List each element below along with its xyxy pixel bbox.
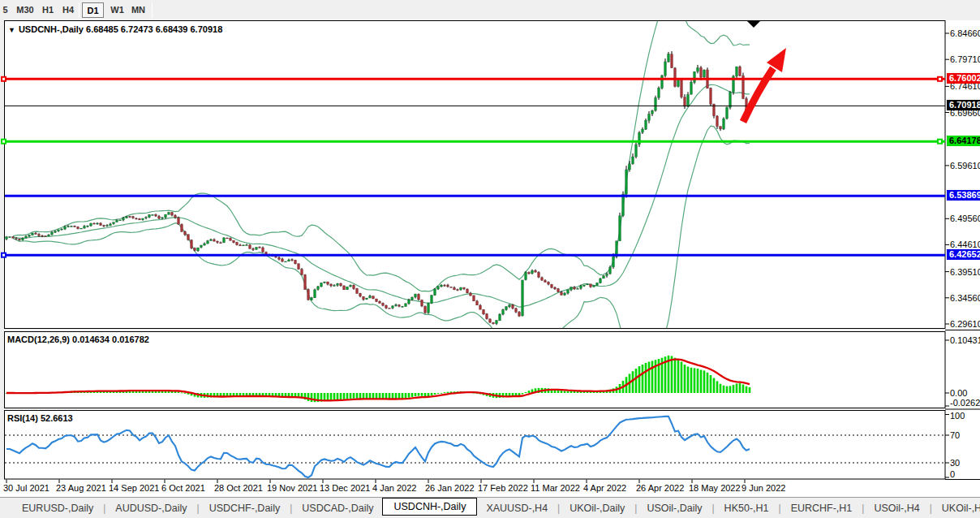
- timeframe-button-H4[interactable]: H4: [59, 2, 77, 18]
- date-axis-label: 11 Mar 2022: [531, 483, 580, 493]
- date-axis-label: 18 May 2022: [689, 483, 741, 493]
- chart-tab-hk50-h1[interactable]: HK50-,H1: [716, 499, 778, 517]
- chart-tab-eurchf-h1[interactable]: EURCHF-,H1: [782, 499, 862, 517]
- toolbar-separator: [152, 2, 153, 18]
- rsi-axis-tick: 100: [950, 411, 965, 421]
- price-axis-tick: 6.39510: [950, 267, 980, 277]
- chart-canvas: [0, 0, 980, 518]
- chart-tab-usoil-h4[interactable]: USOil-,H4: [865, 499, 928, 517]
- price-axis-tick: 6.34560: [950, 293, 980, 303]
- macd-axis-tick: 0.00: [950, 388, 967, 398]
- price-axis-tick: 6.44610: [950, 240, 980, 249]
- date-axis-label: 19 Nov 2021: [267, 483, 317, 493]
- timeframe-button-M30[interactable]: M30: [13, 2, 37, 18]
- date-axis-label: 28 Oct 2021: [214, 483, 263, 493]
- price-axis-tick: 6.84660: [950, 28, 980, 38]
- timeframe-button-5[interactable]: 5: [0, 2, 11, 18]
- date-axis-label: 14 Sep 2021: [109, 483, 159, 493]
- date-axis-label: 6 Oct 2021: [161, 483, 205, 493]
- macd-axis-tick: -0.02624: [950, 398, 980, 408]
- price-axis-tick: 6.49560: [950, 214, 980, 223]
- chevron-down-icon[interactable]: ▼: [8, 26, 15, 34]
- date-axis-label: 23 Aug 2021: [56, 483, 106, 493]
- toolbar-separator: [79, 2, 80, 18]
- price-axis-tick: 6.59610: [950, 161, 980, 171]
- chart-tab-ukoil-h4[interactable]: UKOil-,H4: [933, 499, 980, 517]
- chart-tab-usdcad-daily[interactable]: USDCAD-,Daily: [293, 499, 382, 517]
- rsi-indicator-label: RSI(14) 52.6613: [7, 413, 73, 423]
- price-axis-tick: 6.79710: [950, 54, 980, 64]
- price-axis-tick: 6.29610: [950, 319, 980, 329]
- pane-rsi: [5, 411, 946, 480]
- date-axis-label: 30 Jul 2021: [3, 483, 49, 493]
- date-axis-label: 4 Apr 2022: [583, 483, 626, 493]
- rsi-axis-tick: 0: [950, 469, 955, 479]
- timeframe-button-MN[interactable]: MN: [128, 2, 148, 18]
- chart-tab-xauusd-h4[interactable]: XAUUSD-,H4: [477, 499, 557, 517]
- price-badge-current-price-line: 6.70918: [947, 100, 980, 110]
- date-axis-label: 26 Apr 2022: [636, 483, 684, 493]
- trading-terminal-window: 5M30H1H4D1W1MN ▼USDCNH-,Daily 6.68485 6.…: [0, 0, 980, 518]
- macd-axis-tick: 0.104313: [950, 335, 980, 345]
- chart-title-text: USDCNH-,Daily 6.68485 6.72473 6.68439 6.…: [19, 24, 222, 34]
- price-badge-resistance-red: 6.76002: [947, 73, 980, 84]
- chart-tab-usoil-daily[interactable]: USOil-,Daily: [638, 499, 711, 517]
- date-axis-label: 17 Feb 2022: [478, 483, 528, 493]
- date-axis-label: 9 Jun 2022: [741, 483, 785, 493]
- chart-tab-usdcnh-daily[interactable]: USDCNH-,Daily: [382, 498, 477, 516]
- pane-price: [5, 21, 946, 329]
- rsi-axis-tick: 70: [950, 430, 960, 440]
- chart-title: ▼USDCNH-,Daily 6.68485 6.72473 6.68439 6…: [8, 24, 222, 34]
- price-badge-support-blue-upper: 6.53869: [947, 190, 980, 201]
- chart-tab-bar: EURUSD-,Daily|AUDUSD-,Daily|USDCHF-,Dail…: [0, 497, 980, 518]
- chart-tab-audusd-daily[interactable]: AUDUSD-,Daily: [106, 499, 196, 517]
- date-axis-label: 13 Dec 2021: [320, 483, 370, 493]
- price-badge-support-blue-lower: 6.42652: [947, 249, 980, 260]
- chart-tab-eurusd-daily[interactable]: EURUSD-,Daily: [13, 499, 102, 517]
- macd-indicator-label: MACD(12,26,9) 0.014634 0.016782: [7, 335, 149, 344]
- timeframe-button-H1[interactable]: H1: [39, 2, 57, 18]
- timeframe-toolbar: 5M30H1H4D1W1MN: [0, 0, 980, 20]
- chart-tab-usdchf-daily[interactable]: USDCHF-,Daily: [200, 499, 290, 517]
- chart-tab-ukoil-daily[interactable]: UKOil-,Daily: [561, 499, 634, 517]
- timeframe-button-W1[interactable]: W1: [107, 2, 127, 18]
- price-badge-support-green: 6.64178: [947, 136, 980, 146]
- rsi-axis-tick: 30: [950, 458, 960, 468]
- date-axis-label: 4 Jan 2022: [372, 483, 416, 493]
- timeframe-button-D1[interactable]: D1: [82, 2, 104, 18]
- date-axis-label: 26 Jan 2022: [425, 483, 475, 493]
